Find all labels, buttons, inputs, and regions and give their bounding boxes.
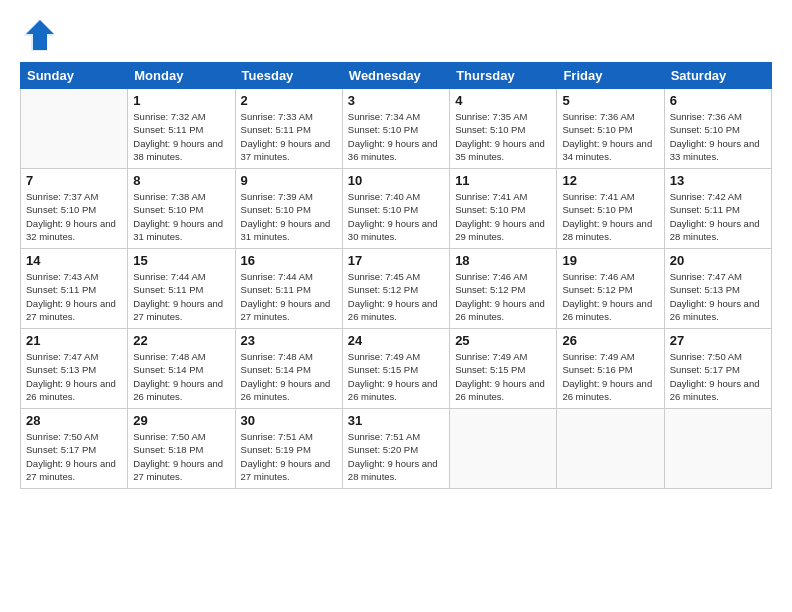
- calendar-day-cell: 14Sunrise: 7:43 AMSunset: 5:11 PMDayligh…: [21, 249, 128, 329]
- calendar-day-cell: 21Sunrise: 7:47 AMSunset: 5:13 PMDayligh…: [21, 329, 128, 409]
- calendar-day-cell: [21, 89, 128, 169]
- sunset-label: Sunset: 5:11 PM: [26, 284, 96, 295]
- calendar-day-cell: 16Sunrise: 7:44 AMSunset: 5:11 PMDayligh…: [235, 249, 342, 329]
- day-number: 10: [348, 173, 444, 188]
- weekday-header-cell: Monday: [128, 63, 235, 89]
- calendar-day-cell: 29Sunrise: 7:50 AMSunset: 5:18 PMDayligh…: [128, 409, 235, 489]
- sunset-label: Sunset: 5:10 PM: [455, 204, 525, 215]
- sunrise-label: Sunrise: 7:35 AM: [455, 111, 527, 122]
- day-info: Sunrise: 7:46 AMSunset: 5:12 PMDaylight:…: [455, 270, 551, 323]
- calendar-day-cell: 5Sunrise: 7:36 AMSunset: 5:10 PMDaylight…: [557, 89, 664, 169]
- logo-icon: [20, 16, 58, 54]
- page-container: SundayMondayTuesdayWednesdayThursdayFrid…: [0, 0, 792, 612]
- calendar-day-cell: 9Sunrise: 7:39 AMSunset: 5:10 PMDaylight…: [235, 169, 342, 249]
- sunrise-label: Sunrise: 7:51 AM: [348, 431, 420, 442]
- daylight-label: Daylight: 9 hours and 31 minutes.: [133, 218, 223, 242]
- sunrise-label: Sunrise: 7:49 AM: [455, 351, 527, 362]
- day-info: Sunrise: 7:47 AMSunset: 5:13 PMDaylight:…: [670, 270, 766, 323]
- calendar-week-row: 28Sunrise: 7:50 AMSunset: 5:17 PMDayligh…: [21, 409, 772, 489]
- day-info: Sunrise: 7:41 AMSunset: 5:10 PMDaylight:…: [562, 190, 658, 243]
- day-number: 18: [455, 253, 551, 268]
- day-info: Sunrise: 7:49 AMSunset: 5:16 PMDaylight:…: [562, 350, 658, 403]
- sunrise-label: Sunrise: 7:37 AM: [26, 191, 98, 202]
- day-number: 26: [562, 333, 658, 348]
- sunrise-label: Sunrise: 7:48 AM: [133, 351, 205, 362]
- day-number: 8: [133, 173, 229, 188]
- sunset-label: Sunset: 5:10 PM: [562, 124, 632, 135]
- sunset-label: Sunset: 5:15 PM: [455, 364, 525, 375]
- daylight-label: Daylight: 9 hours and 34 minutes.: [562, 138, 652, 162]
- sunset-label: Sunset: 5:14 PM: [133, 364, 203, 375]
- calendar-day-cell: 20Sunrise: 7:47 AMSunset: 5:13 PMDayligh…: [664, 249, 771, 329]
- daylight-label: Daylight: 9 hours and 27 minutes.: [26, 458, 116, 482]
- day-info: Sunrise: 7:33 AMSunset: 5:11 PMDaylight:…: [241, 110, 337, 163]
- day-number: 29: [133, 413, 229, 428]
- calendar-day-cell: 13Sunrise: 7:42 AMSunset: 5:11 PMDayligh…: [664, 169, 771, 249]
- sunrise-label: Sunrise: 7:50 AM: [26, 431, 98, 442]
- sunset-label: Sunset: 5:16 PM: [562, 364, 632, 375]
- calendar-day-cell: 11Sunrise: 7:41 AMSunset: 5:10 PMDayligh…: [450, 169, 557, 249]
- sunrise-label: Sunrise: 7:46 AM: [562, 271, 634, 282]
- day-number: 24: [348, 333, 444, 348]
- sunrise-label: Sunrise: 7:41 AM: [562, 191, 634, 202]
- sunset-label: Sunset: 5:11 PM: [241, 284, 311, 295]
- calendar-day-cell: [450, 409, 557, 489]
- sunrise-label: Sunrise: 7:49 AM: [562, 351, 634, 362]
- calendar-day-cell: 27Sunrise: 7:50 AMSunset: 5:17 PMDayligh…: [664, 329, 771, 409]
- calendar-day-cell: 18Sunrise: 7:46 AMSunset: 5:12 PMDayligh…: [450, 249, 557, 329]
- sunset-label: Sunset: 5:19 PM: [241, 444, 311, 455]
- day-number: 3: [348, 93, 444, 108]
- weekday-header-row: SundayMondayTuesdayWednesdayThursdayFrid…: [21, 63, 772, 89]
- calendar-day-cell: 26Sunrise: 7:49 AMSunset: 5:16 PMDayligh…: [557, 329, 664, 409]
- calendar-week-row: 14Sunrise: 7:43 AMSunset: 5:11 PMDayligh…: [21, 249, 772, 329]
- day-info: Sunrise: 7:44 AMSunset: 5:11 PMDaylight:…: [133, 270, 229, 323]
- calendar-day-cell: 24Sunrise: 7:49 AMSunset: 5:15 PMDayligh…: [342, 329, 449, 409]
- sunset-label: Sunset: 5:11 PM: [133, 284, 203, 295]
- daylight-label: Daylight: 9 hours and 26 minutes.: [562, 378, 652, 402]
- day-info: Sunrise: 7:36 AMSunset: 5:10 PMDaylight:…: [670, 110, 766, 163]
- day-number: 4: [455, 93, 551, 108]
- sunset-label: Sunset: 5:12 PM: [562, 284, 632, 295]
- day-number: 5: [562, 93, 658, 108]
- header: [20, 16, 772, 54]
- calendar-day-cell: 19Sunrise: 7:46 AMSunset: 5:12 PMDayligh…: [557, 249, 664, 329]
- daylight-label: Daylight: 9 hours and 30 minutes.: [348, 218, 438, 242]
- sunrise-label: Sunrise: 7:39 AM: [241, 191, 313, 202]
- sunset-label: Sunset: 5:10 PM: [348, 124, 418, 135]
- day-number: 25: [455, 333, 551, 348]
- day-number: 13: [670, 173, 766, 188]
- sunrise-label: Sunrise: 7:43 AM: [26, 271, 98, 282]
- calendar-day-cell: 8Sunrise: 7:38 AMSunset: 5:10 PMDaylight…: [128, 169, 235, 249]
- day-info: Sunrise: 7:50 AMSunset: 5:17 PMDaylight:…: [26, 430, 122, 483]
- calendar-day-cell: 17Sunrise: 7:45 AMSunset: 5:12 PMDayligh…: [342, 249, 449, 329]
- sunset-label: Sunset: 5:20 PM: [348, 444, 418, 455]
- calendar-body: 1Sunrise: 7:32 AMSunset: 5:11 PMDaylight…: [21, 89, 772, 489]
- sunset-label: Sunset: 5:11 PM: [670, 204, 740, 215]
- sunrise-label: Sunrise: 7:50 AM: [670, 351, 742, 362]
- calendar-table: SundayMondayTuesdayWednesdayThursdayFrid…: [20, 62, 772, 489]
- day-info: Sunrise: 7:46 AMSunset: 5:12 PMDaylight:…: [562, 270, 658, 323]
- sunset-label: Sunset: 5:12 PM: [348, 284, 418, 295]
- daylight-label: Daylight: 9 hours and 26 minutes.: [670, 378, 760, 402]
- day-number: 28: [26, 413, 122, 428]
- calendar-week-row: 1Sunrise: 7:32 AMSunset: 5:11 PMDaylight…: [21, 89, 772, 169]
- weekday-header-cell: Saturday: [664, 63, 771, 89]
- calendar-day-cell: 22Sunrise: 7:48 AMSunset: 5:14 PMDayligh…: [128, 329, 235, 409]
- daylight-label: Daylight: 9 hours and 26 minutes.: [348, 298, 438, 322]
- calendar-day-cell: 15Sunrise: 7:44 AMSunset: 5:11 PMDayligh…: [128, 249, 235, 329]
- day-info: Sunrise: 7:41 AMSunset: 5:10 PMDaylight:…: [455, 190, 551, 243]
- daylight-label: Daylight: 9 hours and 26 minutes.: [670, 298, 760, 322]
- sunset-label: Sunset: 5:11 PM: [241, 124, 311, 135]
- day-info: Sunrise: 7:51 AMSunset: 5:19 PMDaylight:…: [241, 430, 337, 483]
- sunrise-label: Sunrise: 7:40 AM: [348, 191, 420, 202]
- day-info: Sunrise: 7:50 AMSunset: 5:18 PMDaylight:…: [133, 430, 229, 483]
- day-number: 1: [133, 93, 229, 108]
- sunrise-label: Sunrise: 7:38 AM: [133, 191, 205, 202]
- sunset-label: Sunset: 5:10 PM: [670, 124, 740, 135]
- day-number: 31: [348, 413, 444, 428]
- daylight-label: Daylight: 9 hours and 26 minutes.: [133, 378, 223, 402]
- daylight-label: Daylight: 9 hours and 37 minutes.: [241, 138, 331, 162]
- day-info: Sunrise: 7:39 AMSunset: 5:10 PMDaylight:…: [241, 190, 337, 243]
- daylight-label: Daylight: 9 hours and 38 minutes.: [133, 138, 223, 162]
- logo: [20, 16, 58, 54]
